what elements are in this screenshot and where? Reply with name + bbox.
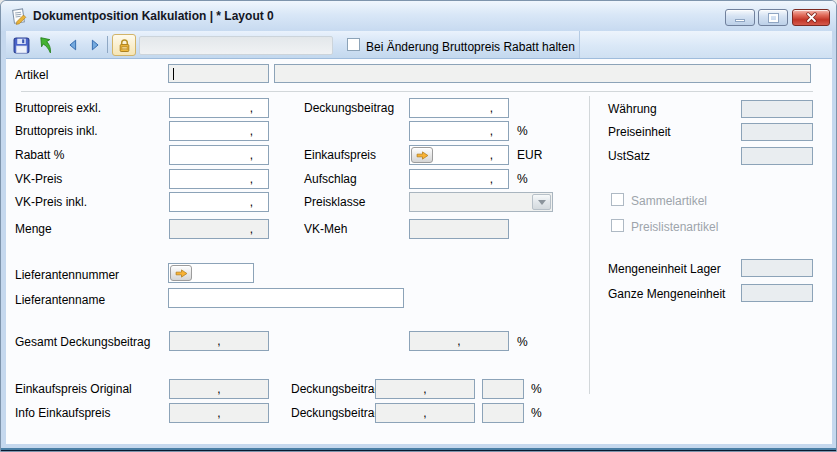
document-edit-icon [10, 7, 28, 25]
maximize-icon [769, 14, 778, 22]
gesamt-deckungsbeitrag-label: Gesamt Deckungsbeitrag [15, 335, 150, 349]
lieferantenname-input[interactable] [168, 288, 404, 308]
save-button[interactable] [10, 34, 32, 56]
vk-meh-label: VK-Meh [304, 222, 347, 236]
waehrung-field [741, 100, 813, 118]
vk-preis-inkl-input[interactable]: , [169, 192, 269, 212]
deckungsbeitrag-pct-input[interactable]: , [409, 121, 509, 141]
minimize-icon [735, 19, 745, 22]
deckungsbeitrag-original-pct-field [482, 379, 524, 399]
ustsatz-label: UstSatz [608, 149, 650, 163]
mengeneinheit-lager-label: Mengeneinheit Lager [608, 262, 721, 276]
preisklasse-select [409, 192, 553, 212]
preiseinheit-field [741, 123, 813, 141]
aufschlag-pct-suffix: % [517, 172, 528, 186]
original-pct-suffix: % [531, 382, 542, 396]
info-einkaufspreis-field: , [169, 403, 269, 423]
gesamt-pct-suffix: % [517, 335, 528, 349]
bruttopreis-rabatt-checkbox[interactable] [347, 38, 360, 51]
bruttopreis-inkl-label: Bruttopreis inkl. [15, 124, 98, 138]
dialog-window: Dokumentposition Kalkulation | * Layout … [0, 0, 837, 452]
dropdown-button [532, 194, 551, 210]
preisklasse-label: Preisklasse [304, 195, 365, 209]
prev-arrow-icon [66, 38, 80, 52]
artikel-number-field[interactable] [168, 64, 269, 83]
ganze-mengeneinheit-label: Ganze Mengeneinheit [608, 287, 725, 301]
bruttopreis-inkl-input[interactable]: , [169, 121, 269, 141]
ganze-mengeneinheit-field [741, 284, 813, 302]
einkaufspreis-label: Einkaufspreis [304, 148, 376, 162]
vk-preis-input[interactable]: , [169, 169, 269, 189]
chevron-down-icon [538, 200, 546, 205]
toolbar: Bei Änderung Bruttopreis Rabatt halten [2, 31, 837, 59]
minimize-button[interactable] [725, 9, 755, 26]
lieferantenname-label: Lieferantenname [15, 293, 105, 307]
save-icon [13, 37, 30, 54]
bruttopreis-exkl-label: Bruttopreis exkl. [15, 101, 101, 115]
lock-icon [117, 38, 132, 53]
einkaufspreis-lookup-button[interactable] [411, 147, 433, 163]
einkaufspreis-original-field: , [169, 379, 269, 399]
ustsatz-field [741, 147, 813, 165]
preislistenartikel-checkbox [611, 219, 624, 232]
menge-field: , [169, 219, 269, 239]
maximize-button[interactable] [758, 9, 788, 26]
gesamt-deckungsbeitrag-pct-field: , [409, 331, 509, 351]
deckungsbeitrag-info-pct-field [482, 403, 524, 423]
lieferanten-lookup-button[interactable] [170, 265, 192, 281]
deckungsbeitrag-info-label: Deckungsbeitrag [291, 406, 381, 420]
vk-preis-label: VK-Preis [15, 172, 62, 186]
deckungsbeitrag-original-field: , [375, 379, 475, 399]
title-bar[interactable]: Dokumentposition Kalkulation | * Layout … [1, 1, 837, 31]
column-divider [589, 96, 590, 394]
window-border-left [1, 31, 6, 444]
next-button[interactable] [84, 34, 106, 56]
aufschlag-label: Aufschlag [304, 172, 357, 186]
window-title: Dokumentposition Kalkulation | * Layout … [33, 9, 274, 23]
lock-button[interactable] [112, 34, 136, 56]
deckungsbeitrag-pct-suffix: % [517, 124, 528, 138]
deckungsbeitrag-label: Deckungsbeitrag [304, 101, 394, 115]
deckungsbeitrag-input[interactable]: , [409, 98, 509, 118]
menge-label: Menge [15, 222, 52, 236]
info-pct-suffix: % [531, 406, 542, 420]
rabatt-input[interactable]: , [169, 145, 269, 165]
deckungsbeitrag-info-field: , [375, 403, 475, 423]
waehrung-label: Währung [608, 102, 657, 116]
arrow-right-icon [416, 151, 429, 160]
mengeneinheit-lager-field [741, 259, 813, 277]
close-button[interactable] [792, 9, 830, 26]
lieferantennummer-label: Lieferantennummer [15, 268, 119, 282]
bruttopreis-exkl-input[interactable]: , [169, 98, 269, 118]
section-divider [21, 91, 813, 92]
toolbar-separator [107, 36, 108, 53]
previous-button[interactable] [62, 34, 84, 56]
vk-meh-field [409, 219, 509, 239]
toolbar-right-zone [579, 31, 837, 58]
toolbar-input[interactable] [139, 36, 333, 55]
rabatt-label: Rabatt % [15, 148, 64, 162]
undo-arrow-icon [38, 36, 56, 54]
sammelartikel-label: Sammelartikel [631, 194, 707, 208]
bruttopreis-rabatt-checkbox-label: Bei Änderung Bruttopreis Rabatt halten [366, 40, 575, 54]
window-border-right [832, 31, 837, 444]
next-arrow-icon [88, 38, 102, 52]
gesamt-deckungsbeitrag-field: , [169, 331, 269, 351]
sammelartikel-checkbox [611, 193, 624, 206]
preislistenartikel-label: Preislistenartikel [631, 220, 718, 234]
einkaufspreis-original-label: Einkaufspreis Original [15, 382, 132, 396]
vk-preis-inkl-label: VK-Preis inkl. [15, 195, 87, 209]
artikel-label: Artikel [15, 68, 48, 82]
deckungsbeitrag-original-label: Deckungsbeitrag [291, 382, 381, 396]
preiseinheit-label: Preiseinheit [608, 125, 671, 139]
artikel-name-field [274, 64, 811, 83]
einkaufspreis-currency-suffix: EUR [517, 148, 542, 162]
close-icon [806, 12, 817, 23]
info-einkaufspreis-label: Info Einkaufspreis [15, 406, 110, 420]
revert-button[interactable] [36, 34, 58, 56]
aufschlag-input[interactable]: , [409, 169, 509, 189]
arrow-right-icon [175, 269, 188, 278]
text-caret [173, 68, 174, 80]
